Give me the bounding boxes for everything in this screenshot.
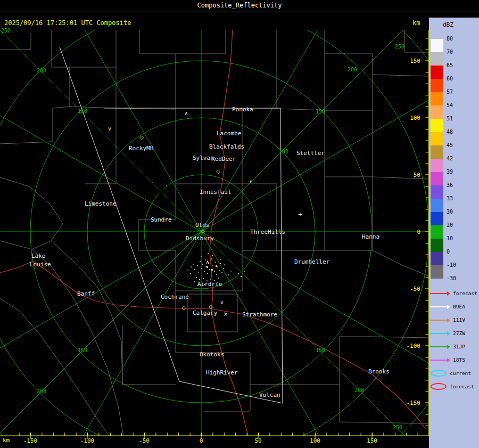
range-ring-label: 250 (1, 28, 11, 34)
colorbar-swatch (431, 92, 443, 105)
colorbar-label: 54 (447, 102, 453, 109)
city-label: Stettler (296, 150, 325, 157)
radar-sector-outline (60, 47, 283, 403)
radar-site-marker: ◇ (209, 304, 213, 309)
point-symbol: ∧ (184, 111, 188, 116)
point-symbol: · (126, 232, 127, 238)
radar-site-marker: ◇ (216, 169, 220, 174)
radar-site-marker: ◇ (139, 135, 144, 140)
radar-site-marker: ◇ (201, 229, 205, 234)
point-symbol: · (166, 183, 167, 189)
colorbar-swatch (431, 52, 443, 66)
city-label: Airdrie (197, 281, 222, 288)
colorbar-label: 51 (447, 116, 453, 122)
point-symbol: ∨ (220, 300, 224, 305)
range-ring-label: 150 (316, 109, 325, 115)
colorbar-swatch (431, 252, 443, 265)
x-axis-label: -50 (134, 437, 155, 444)
arrow-icon (430, 291, 451, 296)
range-ring-label: 200 (354, 387, 364, 393)
colorbar-row: 65 (431, 66, 479, 79)
legend-sidebar: dBZ 80 70 65 60 57 54 51 48 45 42 39 36 … (429, 18, 479, 448)
arrow-icon (430, 345, 451, 349)
colorbar-row: 10 (431, 239, 479, 252)
legend-row: 111V (430, 313, 477, 327)
range-ring-label: 250 (395, 44, 404, 50)
y-axis-label: -150 (402, 400, 420, 406)
colorbar-row: 33 (431, 199, 479, 212)
city-label: Drumheller (294, 259, 329, 265)
city-label: Lacombe (217, 131, 241, 137)
legend-row: 18TS (430, 353, 477, 366)
city-label: Limestone (85, 201, 117, 207)
city-label: RedDeer (211, 156, 236, 162)
colorbar-label: 57 (447, 89, 453, 95)
colorbar-row: 70 (431, 52, 479, 66)
colorbar-row: 51 (431, 119, 479, 132)
radar-application: { "title": "Composite_Reflectivity", "he… (0, 0, 479, 448)
colorbar-label: -30 (447, 275, 456, 282)
arrow-head (447, 305, 450, 309)
y-axis-label: 100 (402, 115, 420, 121)
city-label: ThreeHills (250, 229, 285, 235)
colorbar-row: 54 (431, 105, 479, 119)
colorbar-swatch (431, 225, 443, 239)
range-ring-label: 150 (78, 347, 87, 353)
city-label: Sylvan (193, 155, 214, 161)
range-ring-label: 200 (37, 388, 46, 394)
y-axis-label: 150 (402, 58, 420, 64)
arrow-head (447, 345, 450, 349)
colorbar-label: 10 (447, 235, 453, 242)
range-ring-label: 100 (279, 149, 288, 154)
legend-label: current (450, 370, 471, 376)
legend-row: 31JP (430, 340, 477, 353)
city-label: Lake (31, 253, 46, 259)
x-axis-label: -150 (20, 437, 41, 444)
arrow-shaft (430, 333, 447, 334)
range-ring-label: 150 (316, 347, 325, 353)
legend-label: 18TS (453, 357, 465, 363)
point-symbol: · (15, 142, 16, 148)
colorbar-swatch (431, 79, 443, 92)
y-axis-label: 0 (402, 229, 420, 235)
point-symbol: · (23, 137, 25, 143)
symbol-legend: forecast 09EA 111V 27ZW 31JP 18TS curren… (430, 287, 477, 393)
point-symbol: ∨ (108, 126, 111, 132)
colorbar-label: 30 (447, 209, 453, 215)
colorbar-swatch (431, 105, 443, 119)
ellipse-icon (431, 383, 447, 390)
colorbar-swatch (431, 145, 443, 159)
x-axis-label: 100 (304, 437, 326, 444)
city-label: Louise (30, 262, 51, 268)
legend-label: 31JP (453, 344, 465, 349)
city-label: Okotoks (200, 352, 224, 358)
range-ring-label: 200 (348, 67, 357, 72)
colorbar-row: 57 (431, 92, 479, 105)
arrow-shaft (430, 360, 447, 361)
colorbar-swatch (431, 239, 443, 252)
radar-map-canvas[interactable] (0, 0, 429, 448)
colorbar-swatch (431, 172, 443, 185)
legend-label: forecast (453, 290, 477, 296)
city-label: Calgary (193, 310, 217, 316)
colorbar-row: 20 (431, 225, 479, 239)
point-symbol: · (152, 180, 153, 185)
city-label: Brooks (368, 369, 390, 375)
point-symbol: × (224, 312, 228, 317)
legend-row: 09EA (430, 300, 477, 313)
arrow-icon (430, 358, 451, 362)
legend-label: 27ZW (453, 330, 465, 336)
city-label: Cochrane (161, 294, 189, 300)
arrow-shaft (430, 293, 447, 294)
arrow-icon (430, 318, 451, 322)
city-label: Blackfalds (209, 144, 244, 150)
range-ring-label: 150 (78, 108, 87, 114)
arrow-head (447, 331, 450, 336)
city-label: Banff (77, 291, 95, 297)
colorbar-row: 42 (431, 159, 479, 172)
x-axis-label: 0 (191, 437, 212, 444)
city-label: Sundre (151, 217, 172, 223)
legend-row: forecast (430, 287, 477, 300)
colorbar-label: 65 (447, 62, 453, 69)
x-axis-label: -100 (77, 437, 98, 444)
